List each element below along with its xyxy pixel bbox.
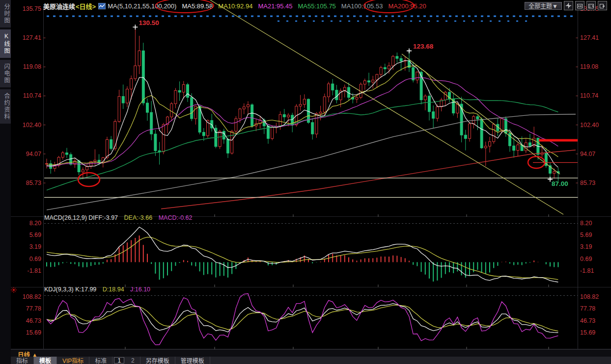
ma-value-4: MA100:105.53 <box>341 2 383 10</box>
axis-label: -1.81 <box>580 267 594 274</box>
kdj-k-label: KDJ(9,3,3) K:17.99 <box>44 286 96 293</box>
kdj-j-label: J:16.10 <box>130 286 150 293</box>
pane-export-icon[interactable] <box>598 1 607 10</box>
kline-icon <box>98 3 106 9</box>
price-annotation: 123.68 <box>413 43 434 50</box>
ma-value-0: MA5:89.58 <box>182 2 213 10</box>
axis-label: 77.78 <box>580 305 595 312</box>
axis-label: 94.07 <box>580 151 595 157</box>
theme-dropdown-button[interactable]: 全部主题▼ <box>525 2 562 10</box>
axis-label: 127.41 <box>23 34 41 41</box>
toolbar-tab-2[interactable]: VIP指标 <box>57 357 89 364</box>
axis-label: 110.74 <box>580 92 598 99</box>
fit-width-icon[interactable] <box>575 1 584 10</box>
macd-header: MACD(26,12,9) DIFF:-3.97 DEA:-3.66 MACD:… <box>44 214 192 221</box>
axis-label: 0.69 <box>29 256 41 262</box>
kline-chart-canvas[interactable]: 130.50123.6887.00135.75135.75127.41127.4… <box>0 0 611 364</box>
axis-label: 102.40 <box>580 122 599 129</box>
axis-label: 5.69 <box>580 232 592 238</box>
sidebar-tab-1[interactable]: K线图 <box>0 29 11 58</box>
axis-label: 3.19 <box>580 243 592 250</box>
axis-label: 85.73 <box>580 180 595 186</box>
sidebar-tab-0[interactable]: 分时图 <box>0 0 11 27</box>
axis-label: -1.81 <box>28 267 42 274</box>
fit-height-icon[interactable] <box>586 1 596 10</box>
bottom-toolbar: 指标模板VIP指标标准12另存模板管理模板 <box>11 357 611 364</box>
toolbar-tab-0[interactable]: 指标 <box>11 357 34 364</box>
header-controls: 全部主题▼ <box>525 1 607 10</box>
chart-header: 美原油连续 <日线> MA(5,10,21,55,100,200) MA5:89… <box>43 1 426 11</box>
macd-diff-label: MACD(26,12,9) DIFF:-3.97 <box>44 214 118 221</box>
toolbar-tab-4[interactable]: 1 <box>114 357 124 364</box>
kline-app-window: { "window": { "instrument": "美原油连续", "pe… <box>0 0 611 364</box>
toolbar-tab-7[interactable]: 管理模板 <box>175 357 210 364</box>
axis-label: 5.69 <box>29 232 41 238</box>
axis-label: 8.20 <box>580 220 592 227</box>
axis-label: 127.41 <box>580 34 599 41</box>
period-tag[interactable]: <日线> <box>76 1 96 11</box>
instrument-title: 美原油连续 <box>43 1 75 11</box>
axis-label: 135.75 <box>23 5 41 12</box>
macd-macd-label: MACD:-0.62 <box>159 214 193 221</box>
axis-label: 15.69 <box>26 329 41 336</box>
toolbar-tab-3[interactable]: 标准 <box>89 357 112 364</box>
ma-value-1: MA10:92.94 <box>218 2 252 10</box>
ma-lines-layer <box>47 60 576 210</box>
axis-label: 119.08 <box>580 63 598 70</box>
ma-value-2: MA21:95.45 <box>258 2 292 10</box>
axis-label: 77.78 <box>26 305 41 312</box>
kdj-header: KDJ(9,3,3) K:17.99 D:18.94 J:16.10 <box>44 286 150 293</box>
sidebar-tab-3[interactable]: 合约资料 <box>0 89 11 124</box>
crosshair-icon[interactable] <box>564 1 573 10</box>
axis-label: 102.40 <box>23 122 41 129</box>
macd-dea-label: DEA:-3.66 <box>124 214 153 221</box>
kdj-d-label: D:18.94 <box>103 286 124 293</box>
price-annotation: 130.50 <box>139 19 159 26</box>
axis-label: 85.73 <box>26 180 41 186</box>
axis-label: 0.69 <box>580 256 592 262</box>
ma-value-3: MA55:105.75 <box>298 2 336 10</box>
toolbar-tab-5[interactable]: 2 <box>126 357 140 364</box>
indicator-settings-icon[interactable] <box>11 286 17 295</box>
axis-label: 110.74 <box>23 92 41 99</box>
axis-label: 8.20 <box>29 220 41 227</box>
ma-values: MA5:89.58MA10:92.94MA21:95.45MA55:105.75… <box>176 2 426 10</box>
sidebar-tab-2[interactable]: 闪电图 <box>0 60 11 87</box>
axis-label: 46.73 <box>26 317 41 324</box>
ma-value-5: MA200:95.20 <box>388 2 426 10</box>
axis-label: 3.19 <box>29 243 41 250</box>
price-annotation: 87.00 <box>552 180 568 187</box>
axis-label: 46.73 <box>580 317 595 324</box>
toolbar-tab-6[interactable]: 另存模板 <box>140 357 175 364</box>
axis-label: 119.08 <box>23 63 41 70</box>
axis-label: 15.69 <box>580 329 595 336</box>
toolbar-tab-1[interactable]: 模板 <box>34 357 57 364</box>
annotations-layer: 130.50123.6887.00 <box>44 0 578 214</box>
ma-settings-label[interactable]: MA(5,10,21,55,100,200) <box>108 2 176 10</box>
axis-label: 108.82 <box>580 293 599 300</box>
axis-label: 108.82 <box>23 293 41 300</box>
left-sidebar: 分时图K线图闪电图合约资料 <box>0 0 11 364</box>
axis-label: 94.07 <box>26 151 41 157</box>
